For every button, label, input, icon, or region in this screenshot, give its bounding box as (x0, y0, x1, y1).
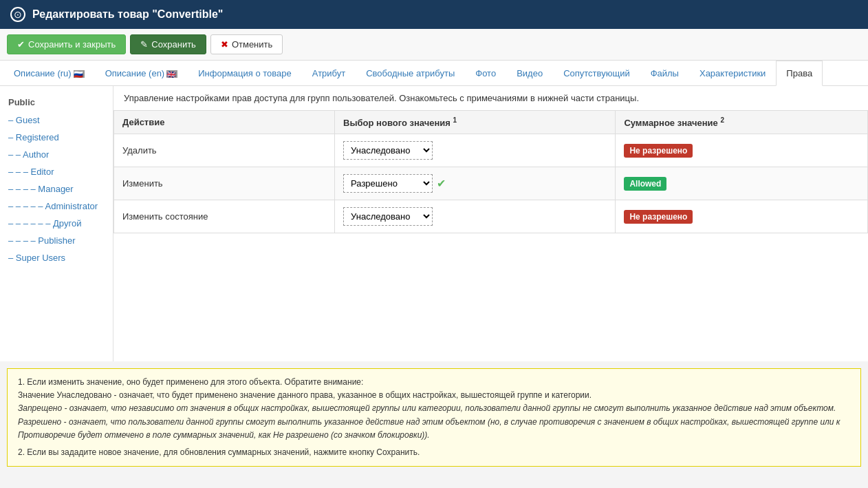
save-button[interactable]: ✎ Сохранить (130, 34, 206, 54)
save-icon: ✎ (140, 39, 148, 50)
header-icon: ⊙ (10, 7, 25, 22)
action-cell: Изменить (114, 167, 335, 200)
sidebar-item[interactable]: – Guest (0, 112, 113, 129)
tab-free_attrs[interactable]: Свободные атрибуты (356, 61, 465, 85)
page-title: Редактировать товар "Convertible" (32, 8, 223, 21)
note2: 2. Если вы зададите новое значение, для … (18, 446, 850, 459)
check-icon: ✔ (437, 177, 446, 190)
sidebar-item[interactable]: – – – – Manager (0, 180, 113, 198)
save-close-button[interactable]: ✔ Сохранить и закрыть (7, 34, 126, 54)
sidebar-header: Public (0, 93, 113, 112)
summary-cell: Allowed (616, 167, 868, 200)
sidebar-item[interactable]: – Registered (0, 129, 113, 146)
new-value-cell: УнаследованоРазрешеноЗапрещено (335, 200, 616, 233)
note1-prefix: 1. Если изменить значение, оно будет при… (18, 376, 850, 389)
summary-cell: Не разрешено (616, 200, 868, 233)
checkmark-icon: ✔ (17, 39, 25, 50)
main-content: Управление настройками прав доступа для … (113, 86, 868, 361)
content-area: Public – Guest– Registered– – Author– – … (0, 86, 868, 361)
toolbar: ✔ Сохранить и закрыть ✎ Сохранить ✖ Отме… (0, 29, 868, 61)
sidebar-item[interactable]: – – – Editor (0, 163, 113, 180)
sidebar-item[interactable]: – – Author (0, 146, 113, 163)
sidebar-item[interactable]: – – – – Publisher (0, 232, 113, 249)
tab-attribute[interactable]: Атрибут (302, 61, 356, 85)
sidebar-item[interactable]: – Super Users (0, 249, 113, 266)
permission-badge: Не разрешено (624, 144, 693, 158)
permission-badge: Allowed (624, 177, 666, 191)
description-text: Управление настройками прав доступа для … (113, 86, 868, 110)
cancel-button[interactable]: ✖ Отменить (210, 34, 283, 54)
notes-section: 1. Если изменить значение, оно будет при… (7, 368, 861, 467)
tab-bar: Описание (ru)🇷🇺Описание (en)🇬🇧Информация… (0, 61, 868, 86)
new-value-cell: УнаследованоРазрешеноЗапрещено (335, 134, 616, 167)
permission-select-2[interactable]: УнаследованоРазрешеноЗапрещено (343, 207, 433, 226)
tab-product_info[interactable]: Информация о товаре (188, 61, 302, 85)
note1-line3: Разрешено - означает, что пользователи д… (18, 416, 850, 442)
permission-badge: Не разрешено (624, 210, 693, 224)
col-action-header: Действие (114, 111, 335, 134)
action-cell: Изменить состояние (114, 200, 335, 233)
table-row: ИзменитьУнаследованоРазрешеноЗапрещено✔A… (114, 167, 868, 200)
sidebar-item[interactable]: – – – – – – Другой (0, 215, 113, 232)
note1-line1: Значение Унаследовано - означает, что бу… (18, 389, 850, 402)
tab-related[interactable]: Сопутствующий (553, 61, 640, 85)
sidebar: Public – Guest– Registered– – Author– – … (0, 86, 113, 361)
permission-select-1[interactable]: УнаследованоРазрешеноЗапрещено (343, 174, 433, 193)
table-row: УдалитьУнаследованоРазрешеноЗапрещеноНе … (114, 134, 868, 167)
summary-cell: Не разрешено (616, 134, 868, 167)
tab-video[interactable]: Видео (506, 61, 553, 85)
new-value-cell: УнаследованоРазрешеноЗапрещено✔ (335, 167, 616, 200)
sidebar-item[interactable]: – – – – – Administrator (0, 198, 113, 215)
tab-desc_en[interactable]: Описание (en)🇬🇧 (95, 61, 188, 85)
table-row: Изменить состояниеУнаследованоРазрешеноЗ… (114, 200, 868, 233)
col-new-value-header: Выбор нового значения 1 (335, 111, 616, 134)
permissions-table: Действие Выбор нового значения 1 Суммарн… (113, 110, 868, 233)
col-summary-header: Суммарное значение 2 (616, 111, 868, 134)
permission-select-0[interactable]: УнаследованоРазрешеноЗапрещено (343, 141, 433, 160)
x-icon: ✖ (221, 39, 228, 50)
note1-line2: Запрещено - означает, что независимо от … (18, 402, 850, 415)
flag-icon-desc_en: 🇬🇧 (166, 70, 177, 78)
page-header: ⊙ Редактировать товар "Convertible" (0, 0, 868, 29)
flag-icon-desc_ru: 🇷🇺 (74, 70, 85, 78)
tab-characteristics[interactable]: Характеристики (689, 61, 776, 85)
tab-desc_ru[interactable]: Описание (ru)🇷🇺 (3, 61, 95, 85)
tab-photo[interactable]: Фото (465, 61, 506, 85)
tab-rights[interactable]: Права (776, 61, 823, 86)
tab-files[interactable]: Файлы (640, 61, 689, 85)
action-cell: Удалить (114, 134, 335, 167)
